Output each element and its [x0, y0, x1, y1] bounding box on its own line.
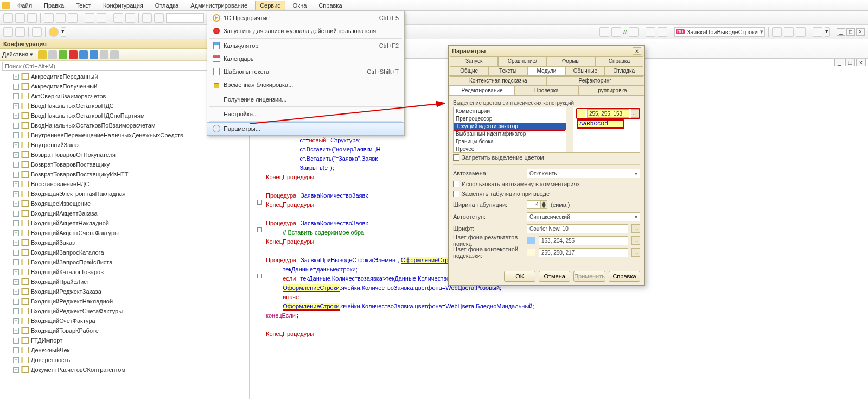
params-close-icon[interactable]: ×: [633, 47, 641, 55]
tree-item[interactable]: +ВходящееИзвещение: [0, 199, 249, 208]
tb-copy[interactable]: [56, 13, 66, 23]
tb-print[interactable]: [85, 13, 94, 23]
tree-item[interactable]: +ВходящийКаталогТоваров: [0, 267, 249, 277]
tree-item[interactable]: +ДенежныйЧек: [0, 345, 249, 355]
expand-icon[interactable]: +: [13, 84, 19, 90]
tb-save[interactable]: [27, 13, 37, 23]
expand-icon[interactable]: +: [13, 259, 19, 265]
expand-icon[interactable]: +: [13, 152, 19, 158]
tab[interactable]: Рефакторинг: [547, 76, 644, 85]
syntax-item[interactable]: Текущий идентификатор: [454, 123, 566, 130]
tree-item[interactable]: +ВходящийПрайсЛист: [0, 277, 249, 287]
tb2-rundrop[interactable]: ▾: [61, 27, 66, 37]
indent-combo[interactable]: Синтаксический: [527, 212, 640, 221]
expand-icon[interactable]: +: [13, 191, 19, 197]
tree-item[interactable]: +ВходящаяЭлектроннаяНакладная: [0, 189, 249, 199]
font-pick[interactable]: …: [631, 224, 640, 233]
tab[interactable]: Запуск 1С:Предприятия: [450, 56, 498, 66]
tb2-d3[interactable]: [629, 27, 639, 37]
tree-item[interactable]: +ВходящийЗапросПрайсЛиста: [0, 257, 249, 267]
syntax-item[interactable]: Препроцессор: [454, 115, 566, 123]
syntax-scrollbar[interactable]: [566, 107, 573, 152]
tb-preview[interactable]: [97, 13, 106, 23]
expand-icon[interactable]: +: [13, 172, 19, 178]
tree-item[interactable]: +ВходящийАкцептЗаказа: [0, 208, 249, 218]
tree-item[interactable]: +ВходящийЗапросКаталога: [0, 248, 249, 257]
service-menu-item[interactable]: Запустить для записи журнала действий по…: [207, 24, 404, 37]
tree-item[interactable]: +ВозвратТоваровПоставщикуИзНТТ: [0, 169, 249, 179]
expand-icon[interactable]: +: [13, 279, 19, 285]
expand-icon[interactable]: +: [13, 201, 19, 207]
tb2-d5[interactable]: [658, 27, 667, 37]
tb2-a[interactable]: [3, 27, 13, 37]
tree-item[interactable]: +ВнутреннийЗаказ: [0, 140, 249, 150]
tab[interactable]: Отладка: [605, 66, 643, 75]
apply-button[interactable]: Применить: [573, 271, 605, 282]
tab[interactable]: Тексты: [488, 66, 527, 75]
mini-down[interactable]: [90, 50, 98, 59]
autoreplace-combo[interactable]: Отключить: [527, 169, 640, 178]
tabwidth-spinner[interactable]: 4▲▼: [527, 200, 547, 209]
tab[interactable]: Сравнение/объединение: [498, 56, 546, 66]
menu-text[interactable]: Текст: [72, 1, 95, 10]
tb2-d1[interactable]: [599, 27, 609, 37]
service-menu-item[interactable]: Получение лицензии...: [207, 93, 404, 106]
tree-item[interactable]: +ВходящийСчетФактура: [0, 316, 249, 326]
cb-tab[interactable]: [453, 191, 459, 197]
expand-icon[interactable]: +: [13, 93, 19, 99]
tree-item[interactable]: +ГТДИмпорт: [0, 335, 249, 345]
mdi-close[interactable]: ×: [856, 28, 865, 36]
expand-icon[interactable]: +: [13, 220, 19, 226]
expand-icon[interactable]: +: [13, 211, 19, 217]
tb2-run[interactable]: [49, 27, 59, 37]
tab[interactable]: Редактирование: [450, 86, 514, 95]
tree-item[interactable]: +ВходящийРеджектНакладной: [0, 296, 249, 306]
tb2-b[interactable]: [15, 27, 25, 37]
expand-icon[interactable]: +: [13, 269, 19, 275]
expand-icon[interactable]: +: [13, 142, 19, 148]
syntax-item[interactable]: Прочее: [454, 145, 566, 152]
expand-icon[interactable]: +: [13, 74, 19, 80]
cb-forbid[interactable]: [453, 154, 459, 161]
menu-debug[interactable]: Отладка: [151, 1, 183, 10]
tab[interactable]: Справка: [595, 56, 643, 66]
tb-redo[interactable]: →: [125, 13, 135, 23]
menu-windows[interactable]: Окна: [289, 1, 311, 10]
menu-admin[interactable]: Администрирование: [186, 1, 252, 10]
tb2-proc-combo[interactable]: ПU ЗаявкаПриВыводеСтроки ▾: [674, 27, 765, 37]
service-menu-item[interactable]: Настройка...: [207, 107, 404, 121]
mini-del[interactable]: [69, 50, 78, 59]
expand-icon[interactable]: +: [13, 299, 19, 305]
params-titlebar[interactable]: Параметры ×: [449, 46, 644, 56]
service-menu-item[interactable]: 1С:ПредприятиеCtrl+F5: [207, 11, 404, 24]
tb-cut[interactable]: [44, 13, 54, 23]
tb-open[interactable]: [15, 13, 25, 23]
expand-icon[interactable]: +: [13, 123, 19, 129]
tree-item[interactable]: +ВходящийЗаказ: [0, 238, 249, 248]
tab[interactable]: Модули: [527, 66, 566, 75]
tab[interactable]: Формы: [547, 56, 595, 66]
tb2-e1[interactable]: [772, 27, 782, 37]
expand-icon[interactable]: +: [13, 240, 19, 246]
mini-a[interactable]: [38, 50, 47, 59]
expand-icon[interactable]: +: [13, 357, 19, 363]
mini-d[interactable]: [110, 50, 119, 59]
syntax-item[interactable]: Границы блока: [454, 138, 566, 145]
tab[interactable]: Контекстная подсказка: [450, 76, 547, 85]
service-menu-item[interactable]: Календарь: [207, 52, 404, 65]
tree-item[interactable]: +ВходящийРеджектСчетаФактуры: [0, 306, 249, 316]
menu-edit[interactable]: Правка: [40, 1, 68, 10]
tb2-e4[interactable]: [813, 27, 822, 37]
mini-c[interactable]: [100, 50, 108, 59]
cb-autorepl[interactable]: [453, 181, 459, 187]
tab[interactable]: Общие: [450, 66, 488, 75]
subwin-min[interactable]: _: [834, 59, 844, 66]
tree-item[interactable]: +ВходящийАкцептСчетаФактуры: [0, 228, 249, 238]
help-button[interactable]: Справка: [609, 271, 640, 282]
color-pick-button[interactable]: …: [631, 109, 640, 118]
expand-icon[interactable]: +: [13, 250, 19, 256]
tree-item[interactable]: +ВозвратТоваровПоставщику: [0, 160, 249, 169]
ok-button[interactable]: OK: [504, 271, 535, 282]
menu-service[interactable]: Сервис: [255, 1, 285, 10]
tb-undo[interactable]: ←: [113, 13, 123, 23]
